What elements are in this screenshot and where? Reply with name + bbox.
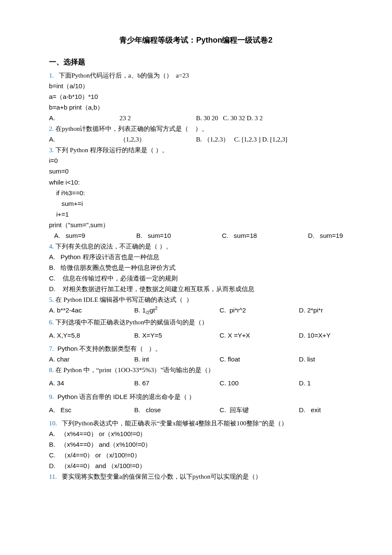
q10-optB: B. （x%4==0） and（x%100!=0） [49,439,343,450]
q4-text: 下列有关信息的说法，不正确的是（ ）。 [54,243,172,250]
q7-optA: A. char [49,354,134,364]
q8-optC: C. 100 [219,378,299,388]
q8-text: 在 Python 中，“print（1OO-33*5%3）”语句输出的是（） [54,366,214,373]
qnum-1: 1. [49,72,54,79]
q3-optB: B. sum=10 [136,230,171,241]
q9-optB: B. close [134,405,219,415]
document-page: 青少年编程等级考试：Python编程一级试卷2 一、选择题 1. 下面Pytho… [0,0,392,507]
q9-text: Python 语言自带的 IDLE 环境的退出命令是（ ） [54,393,195,400]
question-7: 7. Python 不支持的数据类型有（ ）。 [49,343,343,354]
q10-optA: A. （x%4==0） or（x%100!=0） [49,428,343,439]
q6-options: A. X,Y=5,8 B. X=Y=5 C. X =Y+X D. 10=X+Y [49,330,343,341]
q5-optD: D. 2*pi*r [299,305,343,317]
q8-optA: A. 34 [49,378,134,388]
q3-code-3: while i<10: [49,177,343,188]
question-1: 1. 下面Python代码运行后，a、b的值为（） a=23 [49,70,343,81]
q4-optA: A. Python 程序设计语言也是一种信息 [49,251,343,262]
qnum-11: 11. [49,473,57,480]
q9-options: A. Esc B. close C. 回车键 D. exit [49,405,343,415]
qnum-3: 3. [49,146,54,153]
q1-options: A. 23 2 B. 30 20 C. 30 32 D. 3 2 [49,113,343,123]
qnum-7: 7. [49,345,54,352]
q7-text: Python 不支持的数据类型有（ ）。 [54,345,161,352]
q2-optRest: B. （1,2.3） C. [1,2.3 ] D. [1,2,3] [196,134,343,145]
q6-optB: B. X=Y=5 [134,330,219,341]
q1-optA-label: A. [49,113,120,123]
q3-code-7: print（"sum=",sum） [49,220,343,230]
q3-code-4: if i%3==0: [49,188,343,198]
q5-optB: B. 1/2gt2 [134,305,219,317]
page-title: 青少年编程等级考试：Python编程一级试卷2 [49,34,343,47]
qnum-9: 9. [49,393,54,400]
question-5: 5. 在 Python IDLE 编辑器中书写正确的表达式（ ） [49,294,343,305]
qnum-6: 6. [49,318,54,326]
q1-code-1: b=int（a/10） [49,81,343,91]
qnum-2: 2. [49,125,54,132]
question-2: 2. 在python计数循环中，列表正确的输写方式是（ ）。 [49,123,343,134]
q3-code-2: sum=0 [49,166,343,176]
q9-optC: C. 回车键 [219,405,299,415]
q10-optD: D. （x/4==0） and （x/100!=0） [49,460,343,471]
q6-optC: C. X =Y+X [219,330,299,341]
question-3: 3. 下列 Python 程序段运行的结果是（ ）。 [49,145,343,155]
question-6: 6. 下列选项中不能正确表达Python中的赋值语句的是（） [49,317,343,327]
q7-options: A. char B. int C. float D. list [49,354,343,364]
q1-text: 下面Python代码运行后，a、b的值为（） a=23 [54,72,189,79]
q7-optC: C. float [219,354,299,364]
q5-options: A. b**2-4ac B. 1/2gt2 C. pi*r^2 D. 2*pi*… [49,305,343,317]
q1-code-3: b=a+b print（a,b） [49,102,343,113]
q3-text: 下列 Python 程序段运行的结果是（ ）。 [54,146,168,153]
q10-text: 下列Python表达式中，能正确表示“变量x能够被4整除且不能被100整除”的是… [57,419,288,427]
q10-optC: C. （x/4==0） or （x/100!=0） [49,450,343,460]
q9-optA: A. Esc [49,405,134,415]
q3-code-6: i+=1 [49,209,343,220]
q5-optC: C. pi*r^2 [219,305,299,317]
q2-options: A. （1,2,3） B. （1,2.3） C. [1,2.3 ] D. [1,… [49,134,343,145]
q6-optD: D. 10=X+Y [299,330,343,341]
q3-options: A. sum=9 B. sum=10 C. sum=18 D. sum=19 [49,230,343,241]
question-10: 10. 下列Python表达式中，能正确表示“变量x能够被4整除且不能被100整… [49,418,343,428]
q4-optB: B. 给微信朋友圈点赞也是一种信息评价方式 [49,262,343,273]
q7-optD: D. list [299,354,343,364]
q6-optA: A. X,Y=5,8 [49,330,134,341]
q8-options: A. 34 B. 67 C. 100 D. 1 [49,378,343,388]
q3-optA: A. sum=9 [54,230,85,241]
question-11: 11. 要实现将实数型变量a的值保留三位小数，以下python可以实现的是（） [49,471,343,482]
q8-optD: D. 1 [299,378,343,388]
q5-optA: A. b**2-4ac [49,305,134,317]
q7-optB: B. int [134,354,219,364]
qnum-5: 5. [49,296,54,303]
q9-optD: D. exit [299,405,343,415]
question-4: 4. 下列有关信息的说法，不正确的是（ ）。 [49,241,343,251]
q3-code-5: sum+=i [49,198,343,209]
qnum-8: 8. [49,366,54,373]
q8-optB: B. 67 [134,378,219,388]
section-heading: 一、选择题 [49,56,343,68]
question-8: 8. 在 Python 中，“print（1OO-33*5%3）”语句输出的是（… [49,364,343,375]
q3-optC: C. sum=18 [222,230,257,241]
q2-optA-label: A. [49,134,120,145]
q4-optD: D. 对相关数据进行加工处理，使数据之间建立相互联系，从而形成信息 [49,283,343,294]
question-9: 9. Python 语言自带的 IDLE 环境的退出命令是（ ） [49,391,343,402]
q2-text: 在python计数循环中，列表正确的输写方式是（ ）。 [54,125,208,132]
q4-optC: C. 信息在传输过程中，必须遵循一定的规则 [49,273,343,283]
qnum-4: 4. [49,243,54,250]
qnum-10: 10. [49,419,57,427]
q1-optRest: B. 30 20 C. 30 32 D. 3 2 [196,113,343,123]
q5-text: 在 Python IDLE 编辑器中书写正确的表达式（ ） [54,296,192,303]
q6-text: 下列选项中不能正确表达Python中的赋值语句的是（） [54,318,208,326]
q11-text: 要实现将实数型变量a的值保留三位小数，以下python可以实现的是（） [57,473,261,480]
q3-optD: D. sum=19 [308,230,343,241]
q2-optA-val: （1,2,3） [120,134,196,145]
q3-code-1: i=0 [49,155,343,166]
q1-optA-val: 23 2 [120,113,196,123]
q1-code-2: a=（a-b*10）*10 [49,91,343,102]
